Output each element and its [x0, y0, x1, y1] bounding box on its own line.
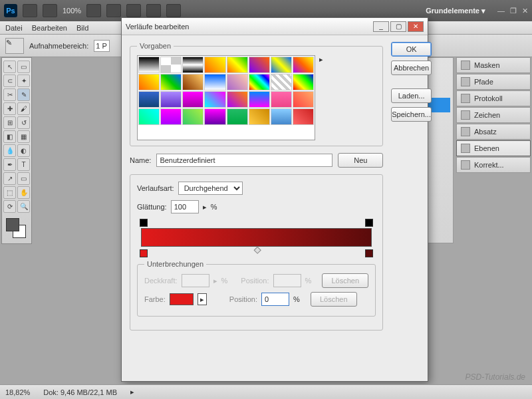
restore-icon[interactable]: ❐	[510, 7, 517, 15]
zoom-tool[interactable]: 🔍	[17, 200, 30, 213]
minimize-icon[interactable]: —	[497, 7, 505, 15]
opacity-stop-right[interactable]	[365, 219, 373, 227]
heal-tool[interactable]: ✚	[3, 102, 16, 115]
eyedropper-tool[interactable]: ✎	[17, 88, 30, 101]
eraser-tool[interactable]: ◧	[3, 130, 16, 143]
preset-swatch[interactable]	[204, 57, 225, 73]
cancel-button[interactable]: Abbrechen	[391, 61, 432, 75]
preset-swatch[interactable]	[227, 74, 248, 90]
close-app-icon[interactable]: ✕	[522, 7, 528, 15]
panel-protokoll[interactable]: Protokoll	[456, 90, 531, 106]
preset-swatch[interactable]	[138, 57, 160, 73]
dialog-titlebar[interactable]: Verläufe bearbeiten _ ▢ ✕	[122, 18, 428, 35]
hand-tool[interactable]: ✋	[17, 186, 30, 199]
preset-swatch[interactable]	[271, 57, 292, 73]
stop-color-chip[interactable]	[170, 293, 194, 305]
gradient-name-input[interactable]	[156, 154, 332, 167]
hand-icon[interactable]	[86, 4, 101, 17]
color-swatches[interactable]	[3, 217, 30, 241]
preset-swatch[interactable]	[227, 108, 248, 125]
dodge-tool[interactable]: ◐	[17, 144, 30, 157]
preset-swatch[interactable]	[182, 91, 203, 108]
preset-swatch[interactable]	[182, 108, 203, 125]
load-button[interactable]: Laden...	[391, 88, 432, 103]
preset-swatch[interactable]	[271, 91, 292, 108]
smoothness-input[interactable]	[171, 200, 199, 213]
ok-button[interactable]: OK	[391, 42, 432, 57]
preset-swatch[interactable]	[293, 91, 314, 108]
presets-menu-icon[interactable]: ▸	[319, 55, 323, 64]
menu-bearbeiten[interactable]: Bearbeiten	[32, 24, 67, 32]
save-button[interactable]: Speichern...	[391, 107, 432, 122]
lasso-tool[interactable]: ⊂	[3, 74, 16, 87]
foreground-swatch[interactable]	[6, 218, 19, 231]
preset-swatch[interactable]	[293, 108, 314, 125]
preset-swatch[interactable]	[160, 74, 182, 90]
history-brush[interactable]: ↺	[17, 116, 30, 129]
preset-swatch[interactable]	[204, 108, 225, 125]
menu-bild[interactable]: Bild	[76, 24, 88, 32]
smooth-stepper-icon[interactable]: ▸	[203, 203, 207, 211]
panel-ebenen[interactable]: Ebenen	[456, 140, 531, 156]
status-arrow-icon[interactable]: ▸	[130, 388, 134, 396]
crop-tool[interactable]: ✂	[3, 88, 16, 101]
preset-swatch[interactable]	[182, 74, 203, 90]
pen-tool[interactable]: ✒	[3, 158, 16, 171]
preset-swatch[interactable]	[227, 57, 248, 73]
stamp-tool[interactable]: ⊞	[3, 116, 16, 129]
sample-size-input[interactable]	[94, 40, 110, 52]
maximize-button[interactable]: ▢	[390, 21, 406, 32]
preset-swatch[interactable]	[271, 108, 292, 125]
preset-swatch[interactable]	[160, 91, 182, 108]
preset-swatch[interactable]	[249, 108, 270, 125]
color-stop-right[interactable]	[365, 249, 373, 257]
menu-datei[interactable]: Datei	[5, 24, 23, 32]
zoom-level[interactable]: 100%	[63, 7, 81, 15]
close-button[interactable]: ✕	[408, 21, 424, 32]
preset-swatch[interactable]	[293, 74, 314, 90]
preset-swatch[interactable]	[138, 74, 160, 90]
blur-tool[interactable]: 💧	[3, 144, 16, 157]
3d-tool[interactable]: ⬚	[3, 186, 16, 199]
marquee-tool[interactable]: ▭	[17, 61, 30, 73]
color-stop-left[interactable]	[140, 249, 148, 257]
preset-swatch[interactable]	[182, 57, 203, 73]
opacity-stop-left[interactable]	[140, 219, 148, 227]
shape-tool[interactable]: ▭	[17, 172, 30, 185]
rotate-icon[interactable]	[126, 4, 141, 17]
preset-swatch[interactable]	[227, 91, 248, 108]
path-tool[interactable]: ↗	[3, 172, 16, 185]
workspace-switcher[interactable]: Grundelemente ▾	[426, 7, 485, 15]
preset-swatch[interactable]	[271, 74, 292, 90]
wand-tool[interactable]: ✦	[17, 74, 30, 87]
gradient-preview-bar[interactable]	[141, 228, 372, 247]
bridge-icon[interactable]	[23, 4, 37, 17]
gradient-presets-grid[interactable]	[137, 55, 315, 140]
preset-swatch[interactable]	[160, 57, 182, 73]
preset-swatch[interactable]	[204, 74, 225, 90]
panel-masken[interactable]: Masken	[456, 57, 531, 73]
preset-swatch[interactable]	[293, 57, 314, 73]
screen-mode-icon[interactable]	[146, 4, 161, 17]
color-picker-arrow-icon[interactable]: ▸	[198, 293, 207, 305]
preset-swatch[interactable]	[249, 74, 270, 90]
preset-swatch[interactable]	[138, 108, 160, 125]
layout-icon[interactable]	[43, 4, 57, 17]
preset-swatch[interactable]	[249, 57, 270, 73]
brush-tool[interactable]: 🖌	[17, 102, 30, 115]
midpoint-diamond[interactable]	[253, 247, 261, 254]
color-position-input[interactable]	[261, 293, 289, 306]
gradient-tool[interactable]: ▦	[17, 130, 30, 143]
new-button[interactable]: Neu	[338, 153, 383, 168]
preset-swatch[interactable]	[249, 91, 270, 108]
status-zoom[interactable]: 18,82%	[5, 388, 30, 396]
type-tool[interactable]: T	[17, 158, 30, 171]
gradient-bar-editor[interactable]	[137, 219, 376, 260]
panel-pfade[interactable]: Pfade	[456, 74, 531, 90]
zoom-icon[interactable]	[106, 4, 121, 17]
panel-absatz[interactable]: Absatz	[456, 124, 531, 140]
move-tool[interactable]: ↖	[3, 61, 16, 73]
panel-zeichen[interactable]: Zeichen	[456, 107, 531, 123]
minimize-button[interactable]: _	[373, 21, 389, 32]
gradient-type-select[interactable]: Durchgehend	[178, 182, 243, 195]
